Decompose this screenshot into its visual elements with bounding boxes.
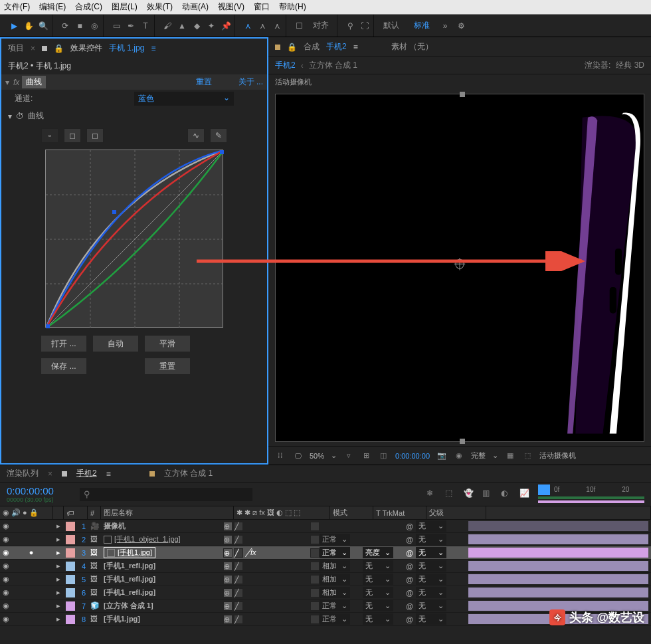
zoom-tool-icon[interactable]: 🔍 (37, 20, 49, 32)
tab-project[interactable]: 项目 (8, 43, 24, 54)
layer-name[interactable]: 🖼[手机1.jpg] (90, 547, 223, 558)
menu-anim[interactable]: 动画(A) (182, 1, 209, 13)
twirl-icon[interactable]: ▸ (53, 588, 64, 597)
renderer-value[interactable]: 经典 3D (616, 60, 644, 71)
trkmat-dropdown[interactable]: 无⌄ (363, 574, 393, 585)
curve-size-med-button[interactable]: ◻ (64, 128, 81, 143)
layer-bar[interactable] (468, 574, 648, 584)
comp-flowchart-icon[interactable]: ❄ (426, 488, 438, 500)
motion-blur-icon[interactable]: ◐ (501, 488, 513, 500)
twirl-icon[interactable]: ▾ (5, 78, 13, 87)
save-button[interactable]: 保存 ... (41, 358, 86, 374)
res-down-icon[interactable]: ▿ (343, 451, 354, 461)
layer-row[interactable]: ◉● ▸ 3 🖼[手机1.jpg] ⊕╱╱fx 正常⌄ 亮度⌄ @无⌄ (0, 546, 651, 560)
time-display[interactable]: 0:00:00:00 (395, 452, 430, 460)
snap-icon[interactable]: ☐ (293, 20, 305, 32)
chevron-right-icon[interactable]: » (439, 20, 451, 32)
lock-icon[interactable]: 🔒 (54, 44, 64, 53)
stopwatch-icon[interactable]: ⏱ (16, 112, 24, 121)
bbox-handle-icon[interactable] (460, 439, 465, 444)
col-parent[interactable]: 父级 (426, 506, 486, 519)
layer-bar[interactable] (468, 588, 648, 597)
fx-badge-icon[interactable]: fx (13, 78, 19, 87)
layer-name[interactable]: 🖼[手机1_refl.jpg] (90, 561, 223, 571)
layer-name[interactable]: 🧊[立方体 合成 1] (90, 601, 223, 611)
twirl-icon[interactable]: ▸ (53, 535, 64, 544)
shy-icon[interactable]: 👻 (464, 488, 476, 500)
visibility-toggle[interactable]: ◉ (0, 615, 12, 623)
curve-size-small-button[interactable]: ▫ (41, 128, 58, 143)
col-layer-name[interactable]: 图层名称 (101, 506, 234, 519)
roto-tool-icon[interactable]: ✦ (205, 20, 217, 32)
visibility-toggle[interactable]: ◉ (0, 548, 12, 557)
trkmat-dropdown[interactable]: 亮度⌄ (363, 547, 393, 558)
label-color[interactable] (66, 548, 75, 558)
active-camera-dropdown[interactable]: 活动摄像机 (539, 451, 576, 461)
auto-button[interactable]: 自动 (93, 336, 138, 352)
tab-footage[interactable]: 素材 （无） (391, 41, 433, 53)
trkmat-dropdown[interactable]: 无⌄ (363, 587, 393, 598)
layer-name[interactable]: 🖼[手机1_refl.jpg] (90, 588, 223, 597)
reset-button[interactable]: 重置 (145, 358, 190, 374)
trkmat-dropdown[interactable]: 无⌄ (363, 560, 393, 572)
layer-row[interactable]: ◉ ▸ 4 🖼[手机1_refl.jpg] ⊕╱ 相加⌄ 无⌄ @无⌄ (0, 560, 651, 573)
trkmat-dropdown[interactable]: 无⌄ (363, 600, 393, 611)
viewport[interactable] (275, 94, 644, 442)
stamp-tool-icon[interactable]: ▲ (176, 20, 188, 32)
cti-handle-icon[interactable] (538, 484, 550, 495)
label-color[interactable] (66, 575, 75, 584)
parent-dropdown[interactable]: 无⌄ (416, 613, 446, 625)
layer-bar[interactable] (468, 521, 648, 531)
axis-local-icon[interactable]: ⋏ (242, 20, 254, 32)
col-label[interactable]: 🏷 (64, 506, 88, 519)
gear-icon[interactable]: ⚙ (455, 20, 467, 32)
label-color[interactable] (66, 535, 75, 544)
layer-name[interactable]: 🖼[手机1.jpg] (90, 614, 223, 624)
trkmat-dropdown[interactable]: 无⌄ (363, 613, 393, 625)
twirl-icon[interactable]: ▸ (53, 615, 64, 623)
pickwhip-icon[interactable]: @ (406, 576, 413, 584)
crumb-main[interactable]: 手机2 (275, 60, 296, 71)
menu-help[interactable]: 帮助(H) (279, 1, 306, 13)
parent-dropdown[interactable]: 无⌄ (416, 600, 446, 611)
crumb-sub[interactable]: 立方体 合成 1 (309, 60, 357, 71)
blend-mode-dropdown[interactable]: 正常⌄ (320, 547, 350, 558)
pen-tool-icon[interactable]: ✒ (125, 20, 137, 32)
menu-window[interactable]: 窗口 (254, 1, 270, 13)
zoom-dropdown[interactable]: 50% (310, 452, 324, 460)
layer-name[interactable]: 🎥摄像机 (90, 521, 223, 531)
pickwhip-icon[interactable]: @ (406, 522, 413, 530)
label-color[interactable] (66, 601, 75, 611)
pan-behind-icon[interactable]: ◎ (88, 20, 100, 32)
panel-menu-icon[interactable]: ≡ (151, 44, 155, 53)
layer-switches[interactable]: ⊕╱ (223, 522, 320, 531)
curve-bezier-button[interactable]: ∿ (187, 128, 205, 143)
tab-effect-controls[interactable]: 效果控件 (70, 43, 102, 54)
layer-name[interactable]: 🖼[手机1_refl.jpg] (90, 574, 223, 584)
pickwhip-icon[interactable]: @ (406, 615, 413, 623)
visibility-toggle[interactable]: ◉ (0, 601, 12, 610)
quality-dropdown[interactable]: 完整 (471, 451, 486, 461)
lock-icon[interactable]: 🔒 (287, 43, 297, 52)
reset-link[interactable]: 重置 (196, 76, 212, 88)
axis-world-icon[interactable]: ⋏ (256, 20, 268, 32)
blend-mode-dropdown[interactable]: 正常⌄ (320, 600, 350, 611)
channel-dropdown[interactable]: 蓝色⌄ (134, 92, 234, 106)
col-visibility[interactable]: ◉ 🔊 ● 🔒 (0, 506, 53, 519)
tab-render-queue[interactable]: 渲染队列 (7, 468, 39, 479)
parent-dropdown[interactable]: 无⌄ (416, 520, 446, 532)
channel-icon[interactable]: ◉ (454, 451, 464, 461)
layer-name[interactable]: 🖼[手机1_object_1.jpg] (90, 534, 223, 544)
layer-switches[interactable]: ⊕╱ (223, 588, 320, 597)
monitor-icon[interactable]: 🖵 (292, 451, 303, 461)
draft3d-icon[interactable]: ⬚ (445, 488, 457, 500)
view-layout-icon[interactable]: ▦ (505, 451, 515, 461)
blend-mode-dropdown[interactable]: 相加⌄ (320, 560, 350, 572)
eraser-tool-icon[interactable]: ◆ (191, 20, 203, 32)
blend-mode-dropdown[interactable]: 相加⌄ (320, 587, 350, 598)
menu-effect[interactable]: 效果(T) (147, 1, 173, 13)
axis-view-icon[interactable]: ⋏ (271, 20, 283, 32)
curve-size-large-button[interactable]: ◻ (86, 128, 104, 143)
col-trkmat[interactable]: T TrkMat (373, 506, 426, 519)
curve-pencil-button[interactable]: ✎ (210, 128, 227, 143)
